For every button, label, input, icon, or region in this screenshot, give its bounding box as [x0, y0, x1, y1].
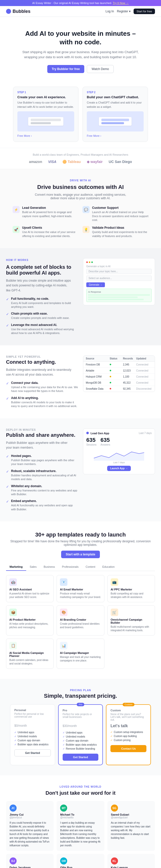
publish-check-2: ✓ Whitelist any domain. Fine any framewo… — [6, 485, 78, 496]
preview-field-2[interactable]: Select an audience... — [86, 276, 152, 281]
publish-desc-2: Fine any frameworks content to any websi… — [11, 489, 78, 496]
tier-personal: Personal — [14, 709, 51, 712]
logo-amazon: amazon — [29, 160, 42, 164]
check-content-0: Full functionality, no code. Every AI bu… — [11, 297, 78, 309]
feature-text-3: Validate Product Ideas Quickly build and… — [92, 226, 149, 238]
dot-red — [86, 261, 88, 263]
hero-section: Add AI to your website in minutes –with … — [0, 17, 161, 81]
start-free-button[interactable]: Start for free — [134, 8, 155, 14]
build-desc: Bubbler lets you create simple and intui… — [6, 278, 71, 293]
pricing-section: PRICING PLAN Simple, transparent pricing… — [0, 679, 161, 775]
preview-generate-btn[interactable]: Generate → — [86, 282, 105, 287]
col-status: Status — [110, 357, 121, 360]
table-row-4: Snowflake Data 92,345 Disconnected — [83, 386, 155, 392]
template-title-7: AI Campaign Manager — [60, 651, 101, 654]
testimonial-name-3: Dylan Jacobsen — [9, 866, 50, 868]
template-card-4: 🎨 AI Branding Creator Create professiona… — [57, 605, 104, 636]
row4-updated: Disconnected — [136, 388, 152, 390]
card-link-0[interactable]: Free More › — [18, 134, 32, 137]
feature-title-3: Validate Product Ideas — [92, 226, 149, 229]
app-preview: Generate a topic in AI Describe your top… — [83, 258, 155, 305]
prof-2: Custom app domain — [63, 739, 99, 742]
testimonial-text-1: I spent a day building an essay writer a… — [60, 821, 101, 847]
logo-ucsd: UC San Diego — [109, 160, 132, 164]
check-content-2: Leverage the most advanced AI. Use the m… — [11, 323, 78, 335]
template-card-0: 🤖 AI SEO Assistant A powerful AI-driven … — [6, 575, 54, 602]
login-link[interactable]: Log In — [105, 9, 114, 13]
price-pro: $30/month — [63, 721, 99, 729]
analytics-title: Lead Gen App — [86, 432, 109, 435]
prof-3: Bubbler apps data analytics — [63, 743, 99, 746]
stat-2: 635 Answers — [101, 437, 110, 446]
templates-cta-button[interactable]: Start with a template — [61, 551, 100, 558]
row2-status — [110, 376, 121, 377]
pricing-custom: Custom Custom None of the plans suit you… — [106, 704, 151, 765]
publish-icon-3: ✓ — [6, 499, 9, 503]
tab-education[interactable]: Education — [99, 563, 118, 571]
custf-1: Custom app building — [110, 735, 147, 738]
tab-sales[interactable]: Sales — [26, 563, 40, 571]
publish-title: Publish and share anywhere. — [6, 432, 78, 438]
template-icon-5: 🛒 — [111, 609, 118, 616]
banner-link[interactable]: Try It Now → — [113, 1, 129, 4]
testimonial-name-4: Ollie Run — [60, 866, 101, 868]
build-section: HOW IT WORKS A complete set of blocks to… — [0, 248, 161, 345]
connect-check-icon-0: ✓ — [6, 381, 9, 385]
connect-check-content-0: Connect your data. Upload a file contain… — [11, 381, 78, 393]
check-content-1: Chain prompts with ease. Create complex … — [11, 312, 69, 320]
publish-desc-1: Bubbler handles deployment and autoscali… — [11, 473, 78, 482]
row3-records: 45,322 — [123, 381, 134, 384]
prof-1: Unlimited models — [63, 735, 99, 738]
desc-pro: Perfect for side projects or small busin… — [63, 713, 99, 718]
stat-val-2: 635 — [101, 437, 110, 443]
hero-title: Add AI to your website in minutes –with … — [6, 29, 155, 46]
analytics-stats: 635 Sessions 635 Answers — [86, 437, 152, 446]
publish-check-3: ✓ Embed anywhere. Add AI functionality a… — [6, 499, 78, 511]
feature-0: ⚡ Lead Generation Build an AI powered fo… — [12, 206, 78, 222]
nav: Bubbles Log In Register ▾ Start for free — [0, 6, 161, 17]
hero-cta-primary[interactable]: Try Bubbler for free — [47, 65, 84, 73]
feature-text-0: Lead Generation Build an AI powered form… — [22, 206, 78, 222]
analytics-launch-btn[interactable]: Launch App → — [107, 466, 131, 471]
pricing-btn-pro[interactable]: Get Started — [63, 754, 99, 761]
card-preview-inner-1 — [99, 117, 132, 126]
card-link-1[interactable]: Free More › — [87, 134, 101, 137]
row2-updated: Connected — [136, 375, 152, 378]
connect-title: Connect to anything. — [6, 359, 78, 365]
register-link[interactable]: Register ▾ — [117, 9, 131, 13]
template-title-0: AI SEO Assistant — [9, 588, 50, 591]
testimonial-2: SG Saeed Gulzari @saeedgulzari As an int… — [107, 801, 155, 851]
pricing-btn-personal[interactable]: Get Started — [14, 749, 51, 756]
template-title-3: AI Product Marketer — [9, 618, 50, 621]
template-desc-6: Build content calendars, post ideas and … — [9, 658, 50, 665]
template-icon-0: 🤖 — [9, 578, 17, 586]
tier-pro: Pro — [63, 709, 99, 712]
template-icon-7: 📊 — [60, 642, 67, 649]
hero-cta-secondary[interactable]: Watch Demo — [87, 65, 114, 73]
logo-visa: VISA — [48, 160, 56, 164]
build-check-1: ✓ Chain prompts with ease. Create comple… — [6, 312, 78, 320]
connect-check-desc-0: Upload a file containing your data for t… — [11, 385, 78, 393]
tier-custom: Custom — [110, 709, 147, 712]
tab-marketing[interactable]: Marketing — [6, 563, 26, 571]
banner-text: AI Essay Writer · Our original AI Essay … — [32, 1, 112, 4]
tab-business[interactable]: Business — [40, 563, 59, 571]
tab-content[interactable]: Content — [82, 563, 99, 571]
check-title-1: Chain prompts with ease. — [11, 312, 69, 315]
preview-field-1[interactable]: Describe your topic here... — [86, 269, 152, 274]
tab-professionals[interactable]: Professionals — [58, 563, 82, 571]
feature-1: 💬 Customer Support Launch an AI chatbot … — [83, 206, 149, 222]
row4-status — [110, 388, 121, 390]
check-icon-1: ✓ — [6, 312, 9, 316]
price-custom: Let's talk — [110, 724, 147, 728]
pricing-btn-custom[interactable]: Contact Us — [110, 745, 147, 752]
template-icon-3: 📦 — [9, 609, 17, 616]
col-source: Source — [86, 357, 107, 360]
testimonial-avatar-2: SG — [111, 805, 118, 812]
preview-label: Generate a topic in AI — [86, 265, 152, 268]
publish-right: Lead Gen App Last 7 days 635 Sessions 63… — [83, 429, 155, 474]
templates-tab-nav: Marketing Sales Business Professionals C… — [6, 563, 155, 571]
price-personal: $0/month — [14, 721, 51, 728]
templates-desc: Strapped for time! We have done the heav… — [6, 539, 155, 547]
feature-title-1: Customer Support — [92, 206, 149, 210]
